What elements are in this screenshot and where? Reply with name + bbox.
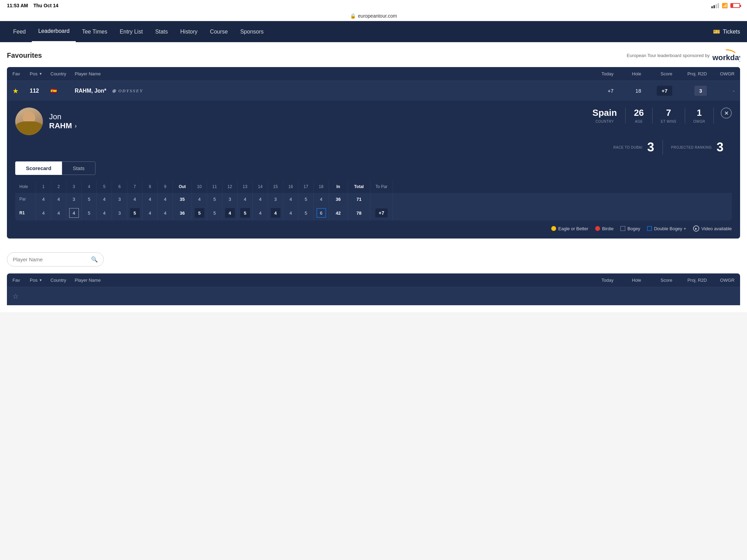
nav-stats[interactable]: Stats [149,22,174,42]
status-bar: 11:53 AM Thu Oct 14 📶 [0,0,747,11]
bottom-fav-1[interactable]: ☆ [12,292,30,300]
search-input[interactable] [13,256,91,262]
nav-leaderboard[interactable]: Leaderboard [32,21,76,42]
tab-scorecard[interactable]: Scorecard [15,161,62,175]
table-header: Fav Pos ▼ Country Player Name Today Hole… [7,67,740,81]
battery-icon [730,3,740,8]
stat-et-wins: 7 ET WINS [653,108,685,123]
header-pos[interactable]: Pos ▼ [30,71,50,76]
bottom-header-fav: Fav [12,278,30,283]
nav-course[interactable]: Course [204,22,234,42]
total-to-par: +7 [375,208,388,217]
status-icons: 📶 [711,3,740,8]
video-icon: ▶ [693,225,699,232]
player-link-icon[interactable]: › [75,122,77,130]
legend-eagle: Eagle or Better [551,226,588,231]
fav-star[interactable]: ★ [12,87,30,95]
eagle-icon [551,226,556,231]
hole18-score: 6 [316,208,326,218]
header-score: Score [641,71,672,76]
header-today: Today [579,71,614,76]
bottom-header-country: Country [50,278,75,283]
bottom-sort-arrow: ▼ [39,278,42,282]
status-time: 11:53 AM Thu Oct 14 [7,3,58,8]
nav-history[interactable]: History [174,22,204,42]
header-country: Country [50,71,75,76]
bottom-header-pos[interactable]: Pos ▼ [30,278,50,283]
nav-tee-times[interactable]: Tee Times [76,22,113,42]
scorecard-tabs: Scorecard Stats [15,161,732,175]
legend-bogey: Bogey [620,226,640,231]
nav-sponsors[interactable]: Sponsors [234,22,270,42]
stat-owgr-detail: 1 OWGR [685,108,714,123]
player-flag: 🇪🇸 [50,88,75,94]
bottom-table-header: Fav Pos ▼ Country Player Name Today Hole… [7,273,740,287]
scorecard-grid: Hole 1 2 3 4 5 6 7 8 9 Out 10 11 12 13 1… [15,180,732,221]
player-score-badge: +7 [641,86,672,96]
sponsor-area: European Tour leaderboard sponsored by w… [627,49,740,62]
tickets-button[interactable]: 🎫 Tickets [713,25,740,38]
bottom-header-owgr: OWGR [707,278,735,283]
odyssey-logo: ◉ ODYSSEY [112,88,143,94]
legend-birdie: Birdie [595,226,614,231]
player-name-cell: RAHM, Jon* ◉ ODYSSEY [75,88,579,94]
hole12-score: 4 [225,208,235,218]
nav-items: Feed Leaderboard Tee Times Entry List St… [7,21,713,42]
ticket-icon: 🎫 [713,28,720,35]
player-left-section: Jon RAHM › [15,108,77,135]
player-row-rahm[interactable]: ★ 112 🇪🇸 RAHM, Jon* ◉ ODYSSEY +7 18 +7 3… [7,81,740,101]
bottom-header-proj-r2d: Proj. R2D [672,278,707,283]
player-expanded: Jon RAHM › Spain COUNTRY 26 [7,101,740,239]
wifi-icon: 📶 [722,3,728,8]
nav-entry-list[interactable]: Entry List [113,22,149,42]
race-to-dubai: RACE TO DUBAI 3 [605,140,663,155]
player-stats-section: Spain COUNTRY 26 AGE 7 ET WINS 1 OWGR [584,108,732,123]
search-wrap[interactable]: 🔍 [7,252,104,267]
player-score-alt: 3 [672,86,707,96]
url-text: europeantour.com [358,13,397,19]
hole15-score: 4 [271,208,280,218]
header-hole: Hole [614,71,641,76]
scorecard-header-row: Hole 1 2 3 4 5 6 7 8 9 Out 10 11 12 13 1… [15,180,732,193]
bottom-header-hole: Hole [614,278,641,283]
signal-bars [711,3,719,8]
player-proj-r2d: - [707,88,735,94]
main-nav: Feed Leaderboard Tee Times Entry List St… [0,21,747,42]
scorecard-legend: Eagle or Better Birdie Bogey Double Boge… [15,221,732,232]
header-owgr: OWGR [707,71,735,76]
search-section: 🔍 [7,245,740,273]
bogey-icon [620,226,625,231]
bottom-row-1[interactable]: ☆ [7,287,740,305]
main-content: Favourites European Tour leaderboard spo… [0,42,747,312]
hole10-score: 5 [195,208,204,218]
bottom-header-player-name: Player Name [75,278,579,283]
stat-age: 26 AGE [626,108,653,123]
birdie-icon [595,226,600,231]
hole13-score: 5 [240,208,250,218]
legend-video: ▶ Video available [693,225,732,232]
bottom-header-today: Today [579,278,614,283]
double-bogey-icon [647,226,652,231]
close-button[interactable]: ✕ [721,108,732,119]
header-player-name: Player Name [75,71,579,76]
header-proj-r2d: Proj. R2D [672,71,707,76]
bottom-header-score: Score [641,278,672,283]
race-section: RACE TO DUBAI 3 PROJECTED RANKING 3 [15,140,732,155]
stat-country: Spain COUNTRY [584,108,626,123]
player-avatar [15,108,43,135]
player-today: +7 [579,88,614,94]
player-hole: 18 [614,88,641,94]
leaderboard-table: Fav Pos ▼ Country Player Name Today Hole… [7,67,740,239]
hole3-score: 4 [69,208,79,218]
url-bar[interactable]: 🔒 europeantour.com [0,11,747,21]
legend-double-bogey: Double Bogey + [647,226,686,231]
nav-feed[interactable]: Feed [7,22,32,42]
sort-arrow-icon: ▼ [39,72,42,76]
scorecard-par-row: Par 4 4 3 5 4 3 4 4 4 35 4 5 3 4 4 3 [15,193,732,205]
close-button-wrap: ✕ [721,108,732,119]
tab-stats[interactable]: Stats [62,161,95,175]
bottom-table: Fav Pos ▼ Country Player Name Today Hole… [7,273,740,305]
search-icon: 🔍 [91,256,98,263]
projected-ranking: PROJECTED RANKING 3 [663,140,732,155]
favourites-header: Favourites European Tour leaderboard spo… [7,49,740,62]
